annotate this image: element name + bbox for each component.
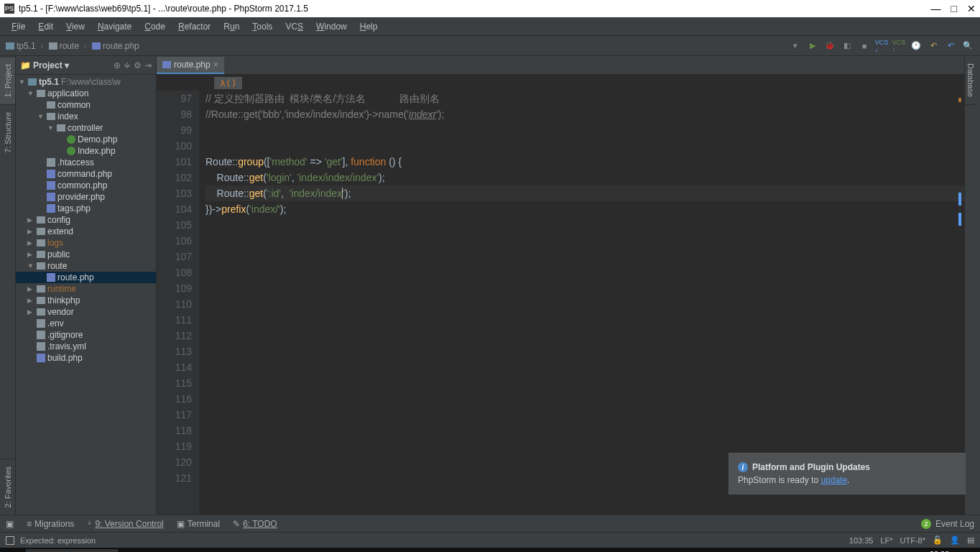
taskbar-phpstorm[interactable]: PS tp5.1 - [F:\www\cl... bbox=[26, 549, 118, 552]
settings-icon[interactable]: ⚙ bbox=[134, 60, 142, 70]
toggle-tools-icon[interactable]: ▣ bbox=[6, 519, 14, 529]
tree-item-runtime[interactable]: runtime bbox=[16, 283, 156, 295]
update-link[interactable]: update bbox=[820, 475, 847, 485]
tree-item-application[interactable]: application bbox=[16, 88, 156, 99]
tree-item-route[interactable]: route bbox=[16, 260, 156, 272]
menu-vcs[interactable]: VCS bbox=[279, 19, 309, 34]
tool-version-control[interactable]: ᛎ 9: Version Control bbox=[87, 519, 163, 529]
info-icon: i bbox=[738, 462, 748, 472]
tree-item-vendor[interactable]: vendor bbox=[16, 306, 156, 318]
vcs-update-button[interactable]: VCS↓ bbox=[875, 40, 888, 52]
menu-refactor[interactable]: Refactor bbox=[172, 19, 216, 34]
tree-item-route-php[interactable]: route.php bbox=[16, 272, 156, 283]
file-icon bbox=[37, 319, 45, 328]
sidebar-tab-favorites[interactable]: 2: Favorites bbox=[0, 459, 15, 515]
tree-item-common[interactable]: common bbox=[16, 99, 156, 111]
tree-item-thinkphp[interactable]: thinkphp bbox=[16, 295, 156, 306]
sidebar-tab-structure[interactable]: 7: Structure bbox=[0, 104, 15, 160]
vcs-history-button[interactable]: 🕐 bbox=[910, 40, 923, 52]
code-editor[interactable]: 9798991001011021031041051061071081091101… bbox=[157, 91, 964, 515]
line-separator[interactable]: LF* bbox=[880, 536, 892, 545]
tree-item-build-php[interactable]: build.php bbox=[16, 352, 156, 364]
status-icon[interactable] bbox=[6, 536, 14, 545]
function-label[interactable]: λ() bbox=[214, 77, 242, 89]
inspector-icon[interactable]: 👤 bbox=[950, 535, 960, 545]
folder-icon bbox=[37, 228, 45, 235]
project-tree[interactable]: tp5.1 F:\www\class\w applicationcommonin… bbox=[16, 75, 156, 515]
cursor-position[interactable]: 103:35 bbox=[849, 536, 874, 545]
hide-panel-icon[interactable]: ⇥ bbox=[144, 60, 152, 70]
collapse-icon[interactable]: ≑ bbox=[124, 60, 131, 70]
close-tab-icon[interactable]: × bbox=[213, 60, 218, 70]
tree-item-public[interactable]: public bbox=[16, 249, 156, 260]
maximize-button[interactable]: □ bbox=[951, 3, 957, 14]
menu-view[interactable]: View bbox=[60, 19, 91, 34]
tree-item--travis-yml[interactable]: .travis.yml bbox=[16, 341, 156, 352]
project-panel-title[interactable]: 📁 Project ▾ bbox=[20, 60, 69, 70]
start-button[interactable] bbox=[3, 549, 26, 552]
menu-file[interactable]: File bbox=[6, 19, 31, 34]
folder-icon bbox=[47, 101, 55, 109]
tree-item-tags-php[interactable]: tags.php bbox=[16, 203, 156, 214]
file-icon bbox=[47, 170, 55, 178]
folder-icon bbox=[37, 297, 45, 304]
tree-item-index[interactable]: index bbox=[16, 111, 156, 122]
breadcrumb-root[interactable]: tp5.1 bbox=[6, 41, 36, 51]
sidebar-tab-project[interactable]: 1: Project bbox=[0, 56, 15, 104]
status-dot-icon[interactable]: 2 bbox=[921, 519, 931, 529]
undo-button[interactable]: ↶ bbox=[944, 40, 957, 52]
tree-item-logs[interactable]: logs bbox=[16, 237, 156, 249]
tree-root[interactable]: tp5.1 F:\www\class\w bbox=[16, 76, 156, 88]
memory-icon[interactable]: ▤ bbox=[967, 535, 974, 545]
code-content[interactable]: // 定义控制器路由 模块/类名/方法名 路由别名//Route::get('b… bbox=[200, 91, 964, 515]
close-button[interactable]: ✕ bbox=[967, 3, 976, 14]
file-icon bbox=[47, 158, 55, 167]
readonly-icon[interactable]: 🔓 bbox=[933, 535, 943, 545]
tool-todo[interactable]: ✎ 6: TODO bbox=[233, 519, 277, 529]
tool-terminal[interactable]: ▣ Terminal bbox=[177, 519, 220, 529]
tree-item-demo-php[interactable]: Demo.php bbox=[16, 134, 156, 145]
notification-title: Platform and Plugin Updates bbox=[752, 462, 870, 472]
search-button[interactable]: 🔍 bbox=[961, 40, 974, 52]
menu-code[interactable]: Code bbox=[139, 19, 171, 34]
event-log[interactable]: Event Log bbox=[935, 519, 974, 529]
file-icon bbox=[47, 204, 55, 213]
file-encoding[interactable]: UTF-8* bbox=[900, 536, 925, 545]
minimize-button[interactable]: — bbox=[931, 3, 941, 14]
editor-tab[interactable]: route.php × bbox=[157, 57, 224, 74]
folder-icon bbox=[49, 42, 57, 50]
run-button[interactable]: ▶ bbox=[806, 40, 819, 52]
tree-item--env[interactable]: .env bbox=[16, 318, 156, 329]
tree-item--gitignore[interactable]: .gitignore bbox=[16, 329, 156, 341]
coverage-button[interactable]: ◧ bbox=[841, 40, 854, 52]
tree-item-config[interactable]: config bbox=[16, 214, 156, 226]
run-config-dropdown[interactable]: ▾ bbox=[789, 40, 802, 52]
menu-tools[interactable]: Tools bbox=[246, 19, 278, 34]
tree-item-controller[interactable]: controller bbox=[16, 122, 156, 134]
vcs-commit-button[interactable]: VCS↑ bbox=[892, 40, 905, 52]
debug-button[interactable]: 🐞 bbox=[823, 40, 836, 52]
tree-item-extend[interactable]: extend bbox=[16, 226, 156, 237]
breadcrumb-folder[interactable]: route bbox=[49, 41, 79, 51]
menu-navigate[interactable]: Navigate bbox=[92, 19, 137, 34]
notification-popup: i Platform and Plugin Updates PhpStorm i… bbox=[729, 453, 966, 494]
tree-item-index-php[interactable]: Index.php bbox=[16, 145, 156, 157]
sidebar-tab-database[interactable]: Database bbox=[965, 56, 976, 105]
tree-item-provider-php[interactable]: provider.php bbox=[16, 191, 156, 203]
menu-edit[interactable]: Edit bbox=[32, 19, 59, 34]
menu-help[interactable]: Help bbox=[354, 19, 384, 34]
minimap[interactable] bbox=[956, 98, 963, 242]
vcs-revert-button[interactable]: ↶ bbox=[927, 40, 940, 52]
gutter[interactable]: 9798991001011021031041051061071081091101… bbox=[157, 91, 200, 515]
tree-item--htaccess[interactable]: .htaccess bbox=[16, 157, 156, 168]
autoscroll-icon[interactable]: ⊕ bbox=[114, 60, 121, 70]
breadcrumb-file[interactable]: route.php bbox=[92, 41, 139, 51]
folder-icon bbox=[37, 285, 45, 293]
menu-window[interactable]: Window bbox=[310, 19, 353, 34]
tool-migrations[interactable]: ≡ Migrations bbox=[27, 519, 74, 529]
tree-item-command-php[interactable]: command.php bbox=[16, 168, 156, 180]
menu-run[interactable]: Run bbox=[218, 19, 245, 34]
left-sidebar: 1: Project 7: Structure 2: Favorites bbox=[0, 56, 16, 515]
tree-item-common-php[interactable]: common.php bbox=[16, 180, 156, 191]
stop-button[interactable]: ■ bbox=[858, 40, 871, 52]
